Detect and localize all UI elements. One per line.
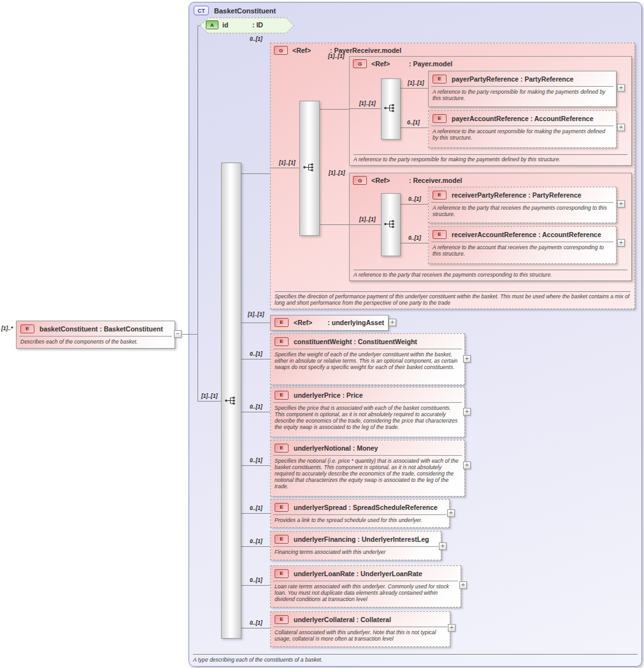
expand-button[interactable]: + xyxy=(463,355,471,363)
element-ref-label: <Ref> xyxy=(294,319,322,326)
element-icon: E xyxy=(275,318,289,327)
connector xyxy=(318,109,349,110)
element-underlyerLoanRate[interactable]: E underlyerLoanRate : UnderlyerLoanRate … xyxy=(270,565,461,607)
element-title: underlyerPrice : Price xyxy=(294,391,363,399)
connector xyxy=(240,173,270,174)
group-header: G <Ref> : Receiver.model xyxy=(353,175,462,186)
element-doc: Loan rate terms associated with this und… xyxy=(271,581,461,604)
connector xyxy=(240,628,270,628)
element-underlyerSpread[interactable]: E underlyerSpread : SpreadScheduleRefere… xyxy=(270,499,450,528)
element-receiverPartyReference[interactable]: E receiverPartyReference : PartyReferenc… xyxy=(428,187,617,223)
group-doc: A reference to the party responsible for… xyxy=(354,154,627,163)
collapse-button[interactable]: − xyxy=(174,330,182,338)
group-type-label: : Receiver.model xyxy=(409,177,462,184)
expand-button[interactable]: + xyxy=(448,624,455,632)
expand-button[interactable]: + xyxy=(463,408,471,416)
connector xyxy=(197,25,198,401)
cardinality-label: 0..[1] xyxy=(250,457,262,463)
element-doc: A reference to the account that receives… xyxy=(429,242,616,258)
cardinality-label: 0..[1] xyxy=(408,196,421,202)
expand-button[interactable]: + xyxy=(463,461,471,469)
connector xyxy=(399,204,428,205)
attribute-id: A id : ID xyxy=(206,20,263,29)
element-title: receiverAccountReference : AccountRefere… xyxy=(452,231,601,238)
expand-button[interactable]: + xyxy=(617,124,625,131)
cardinality-label: 0..[1] xyxy=(250,36,262,42)
sequence-icon xyxy=(383,103,396,113)
cardinality-label: [1]..[1] xyxy=(279,159,296,166)
connector xyxy=(240,412,270,412)
element-type-label: : underlyingAsset xyxy=(327,319,384,326)
connector xyxy=(240,585,270,586)
element-icon: E xyxy=(275,615,289,624)
group-doc: A reference to the party that receives t… xyxy=(354,270,627,278)
expand-button[interactable]: + xyxy=(389,319,396,326)
expand-button[interactable]: + xyxy=(617,200,625,208)
element-basketConstituent[interactable]: E basketConstituent : BasketConstituent … xyxy=(16,321,175,349)
sequence-icon xyxy=(224,396,237,405)
element-title: payerAccountReference : AccountReference xyxy=(452,115,594,122)
element-underlyingAsset[interactable]: E <Ref> : underlyingAsset xyxy=(270,315,389,331)
cardinality-label: [1]..[1] xyxy=(359,100,376,106)
element-icon: E xyxy=(275,503,289,512)
element-doc: Describes each of the components of the … xyxy=(17,337,175,346)
element-doc: Specifies the weight of each of the unde… xyxy=(271,349,464,372)
element-constituentWeight[interactable]: E constituentWeight : ConstituentWeight … xyxy=(270,333,465,385)
element-doc: Specifies the price that is associated w… xyxy=(271,403,464,432)
connector xyxy=(350,224,381,225)
cardinality-label: 0..[1] xyxy=(408,235,421,241)
cardinality-label: [1]..[1] xyxy=(248,311,264,317)
sequence-icon xyxy=(303,163,315,172)
element-doc: A reference to the account responsible f… xyxy=(429,126,616,142)
element-title: constituentWeight : ConstituentWeight xyxy=(294,338,417,345)
element-payerPartyReference[interactable]: E payerPartyReference : PartyReference A… xyxy=(428,71,617,107)
element-icon: E xyxy=(433,191,447,200)
group-icon: G xyxy=(353,59,367,68)
element-header: E receiverPartyReference : PartyReferenc… xyxy=(429,187,616,202)
element-title: payerPartyReference : PartyReference xyxy=(452,75,573,83)
sequence-icon xyxy=(383,219,396,229)
element-underlyerFinancing[interactable]: E underlyerFinancing : UnderlyerInterest… xyxy=(270,531,441,560)
cardinality-label: [1]..* xyxy=(1,325,13,331)
connector xyxy=(350,108,381,109)
cardinality-label: [1]..[1] xyxy=(201,393,218,399)
element-doc: Collateral associated with this underlye… xyxy=(271,627,450,643)
element-icon: E xyxy=(275,391,289,400)
expand-button[interactable]: + xyxy=(617,84,625,92)
element-title: underlyerCollateral : Collateral xyxy=(294,616,391,623)
cardinality-label: 0..[1] xyxy=(250,505,262,511)
element-doc: A reference to the party that receives t… xyxy=(429,203,616,219)
connector xyxy=(197,401,221,402)
expand-button[interactable]: + xyxy=(439,542,447,550)
cardinality-label: [1]..[1] xyxy=(328,53,345,59)
element-underlyerPrice[interactable]: E underlyerPrice : Price Specifies the p… xyxy=(270,387,465,437)
group-ref-label: <Ref> xyxy=(292,47,326,54)
element-icon: E xyxy=(275,337,289,346)
element-title: underlyerNotional : Money xyxy=(294,444,378,452)
cardinality-label: 0..[1] xyxy=(250,403,262,410)
connector xyxy=(240,359,270,359)
element-underlyerNotional[interactable]: E underlyerNotional : Money Specifies th… xyxy=(270,440,465,497)
element-icon: E xyxy=(275,535,289,544)
element-receiverAccountReference[interactable]: E receiverAccountReference : AccountRefe… xyxy=(428,226,617,264)
attribute-name: id xyxy=(222,21,248,29)
attribute-icon: A xyxy=(206,20,218,29)
expand-button[interactable]: + xyxy=(459,581,467,589)
expand-button[interactable]: + xyxy=(447,509,455,517)
cardinality-label: 0..[1] xyxy=(250,577,262,583)
group-icon: G xyxy=(353,176,367,185)
schema-diagram-canvas: CT BasketConstituent A type describing e… xyxy=(0,0,644,668)
element-doc: Financing terms associated with this und… xyxy=(271,547,441,556)
element-doc: A reference to the party responsible for… xyxy=(429,87,616,103)
connector xyxy=(240,513,270,514)
element-underlyerCollateral[interactable]: E underlyerCollateral : Collateral Colla… xyxy=(270,611,450,647)
element-doc: Provides a link to the spread schedule u… xyxy=(271,515,449,525)
element-header: E underlyerLoanRate : UnderlyerLoanRate xyxy=(271,566,461,581)
expand-button[interactable]: + xyxy=(617,239,625,247)
element-payerAccountReference[interactable]: E payerAccountReference : AccountReferen… xyxy=(428,110,617,148)
cardinality-label: [1]..[1] xyxy=(408,80,424,86)
group-icon: G xyxy=(274,46,288,55)
element-icon: E xyxy=(20,324,34,333)
complex-type-icon: CT xyxy=(194,6,209,15)
connector xyxy=(399,88,428,89)
